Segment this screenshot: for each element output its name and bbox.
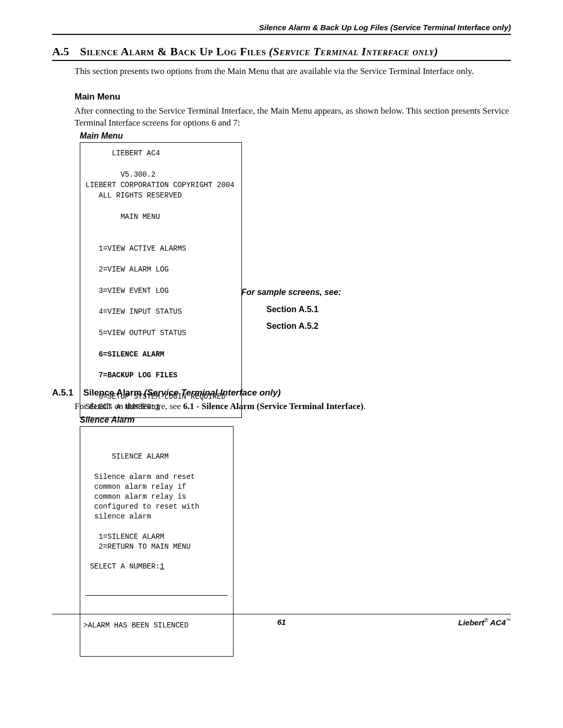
menu-option-7: 7=BACKUP LOG FILES <box>85 371 177 379</box>
menu-choice-1: 1=SILENCE ALARM <box>85 533 164 541</box>
terminal-title: SILENCE ALARM <box>85 452 169 461</box>
terminal-line: silence alarm <box>85 512 151 521</box>
trademark-icon: ™ <box>506 618 511 623</box>
terminal-line: Silence alarm and reset <box>85 473 195 481</box>
subsection-title-qualifier: (Service Terminal Interface only) <box>144 388 280 398</box>
subsection-desc-ref: 6.1 - Silence Alarm (Service Terminal In… <box>183 401 363 411</box>
divider <box>85 595 228 596</box>
section-title-qualifier: (Service Terminal Interface only) <box>269 45 438 58</box>
page-footer: 61 Liebert® AC4™ <box>52 614 511 626</box>
section-intro: This section presents two options from t… <box>75 66 511 78</box>
subsection-number: A.5.1 <box>52 388 81 398</box>
section-number: A.5 <box>52 45 77 58</box>
menu-option-2: 2=VIEW ALARM LOG <box>85 265 169 274</box>
main-menu-terminal: LIEBERT AC4 V5.300.2 LIEBERT CORPORATION… <box>80 142 242 418</box>
terminal-line: ALL RIGHTS RESERVED <box>85 191 182 200</box>
terminal-line: common alarm relay is <box>85 492 186 501</box>
product-name: Liebert® AC4™ <box>458 618 511 627</box>
subsection-heading: A.5.1 Silence Alarm (Service Terminal In… <box>52 388 280 398</box>
terminal-line: LIEBERT CORPORATION COPYRIGHT 2004 <box>85 181 235 189</box>
silence-alarm-box-caption: Silence Alarm <box>80 415 134 425</box>
sample-ref-a51: Section A.5.1 <box>266 305 319 314</box>
registered-icon: ® <box>484 618 488 623</box>
for-sample-label: For sample screens, see: <box>241 288 341 297</box>
subsection-desc-prefix: For details on this feature, see <box>75 401 183 411</box>
page-number: 61 <box>52 618 511 626</box>
menu-option-5: 5=VIEW OUTPUT STATUS <box>85 329 186 337</box>
menu-option-4: 4=VIEW INPUT STATUS <box>85 307 182 316</box>
section-title: Silence Alarm & Back Up Log Files <box>80 45 266 58</box>
section-heading: A.5 Silence Alarm & Back Up Log Files (S… <box>52 45 511 61</box>
menu-option-3: 3=VIEW EVENT LOG <box>85 287 169 295</box>
terminal-line: configured to reset with <box>85 502 199 511</box>
menu-option-1: 1=VIEW ACTIVE ALARMS <box>85 244 186 253</box>
menu-choice-2: 2=RETURN TO MAIN MENU <box>85 542 191 551</box>
subsection-title: Silence Alarm <box>83 388 142 398</box>
document-page: Silence Alarm & Back Up Log Files (Servi… <box>0 0 563 728</box>
terminal-line: LIEBERT AC4 <box>85 149 160 157</box>
terminal-line: MAIN MENU <box>85 213 160 221</box>
main-menu-description: After connecting to the Service Terminal… <box>75 105 511 129</box>
running-header: Silence Alarm & Back Up Log Files (Servi… <box>52 23 511 35</box>
brand: Liebert <box>458 618 484 627</box>
main-menu-box-caption: Main Menu <box>80 131 123 141</box>
subsection-desc-suffix: . <box>363 401 365 411</box>
terminal-line: common alarm relay if <box>85 483 186 491</box>
select-value: 1 <box>160 562 164 571</box>
select-prompt: SELECT A NUMBER: <box>85 562 160 571</box>
subsection-description: For details on this feature, see 6.1 - S… <box>75 401 366 412</box>
menu-option-6: 6=SILENCE ALARM <box>85 350 164 359</box>
sample-ref-a52: Section A.5.2 <box>266 322 319 331</box>
model: AC4 <box>490 618 506 627</box>
terminal-line: V5.300.2 <box>85 170 155 179</box>
main-menu-heading: Main Menu <box>75 92 120 102</box>
